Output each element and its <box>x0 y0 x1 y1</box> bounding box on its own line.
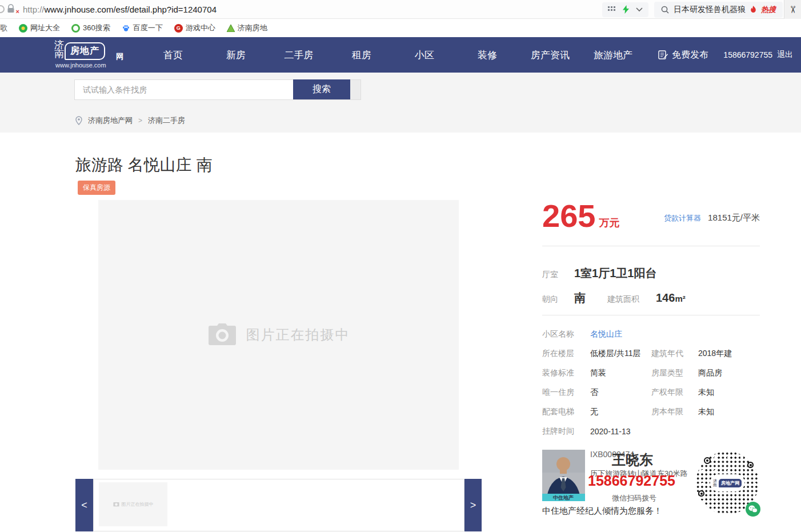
bookmark-360-search[interactable]: 360搜索 <box>71 23 110 33</box>
hot-search-query: 日本研发怪兽机器狼 <box>674 5 746 15</box>
flame-icon <box>750 6 756 13</box>
camera-icon <box>207 323 237 346</box>
speed-bolt-icon[interactable] <box>623 5 629 14</box>
nav-item-rent[interactable]: 租房 <box>330 49 393 62</box>
screenshot-tool-panel[interactable]: ✂ <box>784 0 801 19</box>
area-unit: m² <box>675 294 685 303</box>
price-unit: 万元 <box>599 216 619 230</box>
logout-link[interactable]: 退出 <box>777 50 793 60</box>
nav-item-resale[interactable]: 二手房 <box>267 49 330 62</box>
apps-grid-icon[interactable] <box>608 6 616 14</box>
unit-price: 18151元/平米 <box>708 213 760 223</box>
main-photo-placeholder: 图片正在拍摄中 <box>98 200 459 470</box>
site-logo[interactable]: 济南 房地产 网 www.jnhouse.com <box>54 39 137 71</box>
main-nav: 首页 新房 二手房 租房 小区 装修 房产资讯 旅游地产 <box>142 49 644 62</box>
bookmark-jnhouse[interactable]: 济南房地 <box>227 23 267 33</box>
bookmark-label: 济南房地 <box>238 23 267 33</box>
facing-value: 南 <box>574 290 607 306</box>
browser-extensions-cluster <box>602 2 648 17</box>
detail-row: 所在楼层 低楼层/共11层 建筑年代 2018年建 <box>542 344 760 363</box>
location-pin-icon <box>75 116 82 125</box>
carousel-next-button[interactable]: > <box>464 479 482 531</box>
facing-label: 朝向 <box>542 294 574 305</box>
price-value: 265 <box>542 201 595 231</box>
hot-search-label: 热搜 <box>761 5 776 15</box>
area-label: 建筑面积 <box>607 294 656 305</box>
bookmark-baidu[interactable]: 百度一下 <box>122 23 163 33</box>
site-navbar: 济南 房地产 网 www.jnhouse.com 首页 新房 二手房 租房 小区… <box>0 37 801 73</box>
bookmark-label: 游戏中心 <box>186 23 215 33</box>
community-link[interactable]: 名悦山庄 <box>590 329 651 339</box>
bookmark-game-center[interactable]: G 游戏中心 <box>174 23 215 33</box>
360-search-icon <box>71 24 80 33</box>
rooms-value: 1室1厅1卫1阳台 <box>574 266 657 281</box>
breadcrumb: 济南房地产网 > 济南二手房 <box>75 115 185 126</box>
game-center-icon: G <box>174 24 183 33</box>
svg-text:中住地产: 中住地产 <box>553 495 574 501</box>
free-publish-button[interactable]: 免费发布 <box>658 49 708 61</box>
logo-bubble: 房地产 <box>65 42 105 60</box>
nav-item-renovation[interactable]: 装修 <box>456 49 519 62</box>
breadcrumb-root[interactable]: 济南房地产网 <box>88 115 133 126</box>
detail-row: 唯一住房 否 产权年限 未知 <box>542 383 760 402</box>
price-row: 265 万元 贷款计算器 18151元/平米 <box>542 201 760 231</box>
insecure-lock-icon[interactable]: × <box>7 4 17 14</box>
browser-address-bar: × http://www.jnhouse.com/esf/detail.php?… <box>0 0 801 19</box>
rooms-label: 厅室 <box>542 270 574 280</box>
agent-card: 中住地产 IXB0000474 王晓东 历下旅游路转山隧道东30米路 15866… <box>542 450 760 502</box>
search-section: 搜索 济南房地产网 > 济南二手房 <box>0 73 801 133</box>
bookmark-label: 百度一下 <box>133 23 163 33</box>
breadcrumb-separator: > <box>138 117 142 125</box>
carousel-strip: 图片正在拍摄中 <box>93 479 464 531</box>
baidu-paw-icon <box>122 24 130 33</box>
bookmarks-bar: 歌 网址大全 360搜索 百度一下 G 游戏中心 济南房地 <box>0 19 801 37</box>
thumbnail-carousel: < 图片正在拍摄中 > <box>75 479 482 531</box>
detail-row: 小区名称 名悦山庄 <box>542 325 760 344</box>
photo-placeholder-text: 图片正在拍摄中 <box>246 326 350 344</box>
nav-item-new-homes[interactable]: 新房 <box>205 49 267 62</box>
breadcrumb-current[interactable]: 济南二手房 <box>148 115 185 126</box>
qr-center-logo: 济南 房地产网 <box>710 474 744 491</box>
search-button[interactable]: 搜索 <box>293 79 350 99</box>
browser-search-box[interactable]: 日本研发怪兽机器狼 热搜 <box>654 2 783 18</box>
nav-item-home[interactable]: 首页 <box>142 49 205 62</box>
nav-item-travel-property[interactable]: 旅游地产 <box>582 49 644 62</box>
loan-calculator-link[interactable]: 贷款计算器 <box>664 213 701 223</box>
url-scheme: http:// <box>23 5 45 14</box>
url-path: /esf/detail.php?id=1240704 <box>113 5 217 14</box>
carousel-prev-button[interactable]: < <box>75 479 93 531</box>
detail-row: 配套电梯 无 房本年限 未知 <box>542 402 760 422</box>
agent-name: 王晓东 <box>612 451 653 469</box>
listing-info-panel: 265 万元 贷款计算器 18151元/平米 厅室 1室1厅1卫1阳台 朝向 南… <box>542 201 760 517</box>
jnhouse-triangle-icon <box>227 25 235 32</box>
wechat-icon <box>746 502 760 517</box>
detail-row: 装修标准 简装 房屋类型 商品房 <box>542 363 760 383</box>
url-host: www.jnhouse.com <box>45 5 114 14</box>
bookmark-wangzhi-daquan[interactable]: 网址大全 <box>19 23 60 33</box>
bookmark-label: 网址大全 <box>30 23 60 33</box>
nav-item-news[interactable]: 房产资讯 <box>519 49 582 62</box>
wechat-qr-code: 济南 房地产网 <box>696 451 759 514</box>
agent-phone[interactable]: 15866792755 <box>588 473 675 489</box>
agent-avatar[interactable]: 中住地产 <box>542 450 585 501</box>
bookmark-label: 歌 <box>0 23 7 33</box>
listing-title: 旅游路 名悦山庄 南 <box>75 154 213 176</box>
search-input[interactable] <box>75 80 330 99</box>
divider <box>542 315 760 315</box>
wechat-scan-hint: 微信扫码拨号 <box>612 493 656 503</box>
detail-row: 挂牌时间 2020-11-13 <box>542 422 760 441</box>
wangzhi-daquan-icon <box>19 24 27 33</box>
publish-note-icon <box>658 50 668 60</box>
nav-item-community[interactable]: 小区 <box>393 49 456 62</box>
reload-icon[interactable] <box>0 5 5 13</box>
url-text[interactable]: http://www.jnhouse.com/esf/detail.php?id… <box>23 5 217 14</box>
verified-listing-badge: 保真房源 <box>78 181 115 195</box>
area-value: 146 <box>656 291 675 305</box>
summary-block: 厅室 1室1厅1卫1阳台 朝向 南 建筑面积 146 m² <box>542 246 760 306</box>
chevron-down-icon[interactable] <box>636 7 643 12</box>
bookmark-truncated[interactable]: 歌 <box>0 23 7 33</box>
account-phone: 15866792755 <box>723 50 772 59</box>
carousel-thumbnail[interactable]: 图片正在拍摄中 <box>99 482 167 526</box>
bookmark-label: 360搜索 <box>83 23 110 33</box>
logo-site-url: www.jnhouse.com <box>55 62 106 69</box>
